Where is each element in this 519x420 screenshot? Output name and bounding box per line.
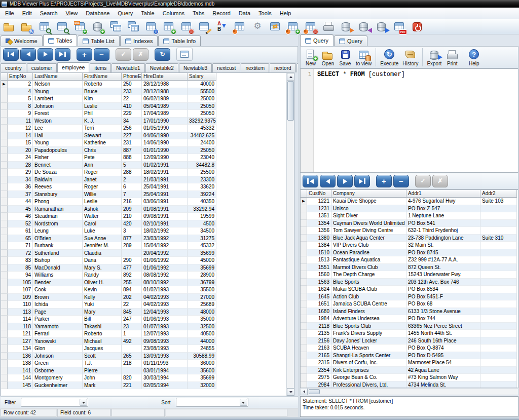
column-header-custno[interactable]: CustNo [307, 190, 331, 198]
table-row[interactable]: 61LeungLuke318/02/199234500 [1, 227, 216, 235]
sql-editor[interactable]: 1 SELECT * FROM [customer] [300, 68, 518, 173]
refresh-record-button[interactable]: ↻ [155, 48, 170, 61]
table-row[interactable]: 5LambertKim2206/02/198925000 [1, 95, 216, 103]
table-row[interactable]: 1356Tom Sawyer Diving Centre632-1 Third … [301, 227, 517, 235]
table-row[interactable]: 2163SCUBA HeavenPO Box Q-8874 [301, 345, 517, 352]
prior-record-button[interactable] [20, 48, 36, 61]
table-row[interactable]: 37StansburyWillie725/04/199139224 [1, 191, 216, 199]
menu-item-file[interactable]: File [1, 8, 18, 19]
last-record-button[interactable] [55, 48, 70, 61]
query-tab-1[interactable]: Query [334, 35, 367, 46]
insert-record-button[interactable]: + [376, 175, 392, 187]
table-row[interactable]: 4YoungBruce23328/12/198855500 [1, 88, 216, 96]
table-tab-items[interactable]: items [90, 63, 111, 72]
table-row[interactable]: 105BenderOliver H.25508/10/199236799 [1, 279, 216, 287]
table-row[interactable]: 144MontgomeryJohn82030/03/199435699 [1, 374, 216, 382]
table-row[interactable]: 94WilliamsRandy89208/08/199228900 [1, 272, 216, 279]
delete-record-button[interactable]: − [94, 48, 109, 61]
table-row[interactable]: 1680Island Finders6133 1/3 Stone Avenue [301, 308, 517, 316]
table-tab-newtable2[interactable]: Newtable2 [145, 63, 178, 72]
table-row[interactable]: 71BurbankJennifer M.28915/04/199245332 [1, 242, 216, 250]
table-row[interactable]: 65O'BrienSue Anne87723/03/199231275 [1, 235, 216, 243]
filter-combobox[interactable] [21, 398, 88, 407]
delete-table-button[interactable]: − [180, 20, 193, 33]
table-row[interactable]: 12LeeTerri25601/05/199045332 [1, 125, 216, 132]
new-query-button[interactable]: +New [302, 48, 319, 66]
table-row[interactable]: 118YamamotoTakashi2301/07/199332500 [1, 323, 216, 331]
table-row[interactable]: 2975George Bean & Co.#73 King Salmon Way [301, 374, 517, 381]
copy-tables-button[interactable] [109, 20, 122, 33]
options-button[interactable]: ⚙ [251, 20, 264, 33]
table-row[interactable]: 110IchidaYuki2204/02/199325689 [1, 301, 216, 309]
table-row[interactable]: 34BaldwinJanet221/03/199123300 [1, 176, 216, 184]
table-tab-employee[interactable]: employee [57, 62, 90, 72]
table-row[interactable]: 1563Blue Sports203 12th Ave. Box 746 [301, 279, 517, 286]
table-row[interactable]: 2315Divers of Corfu, Inc.Marmoset Place … [301, 359, 517, 367]
table-tab-newtable3[interactable]: Newtable3 [179, 63, 212, 72]
table-structure-button[interactable] [127, 20, 140, 33]
menu-item-columns[interactable]: Columns [159, 8, 189, 19]
tab-table-info[interactable]: Table Info [158, 35, 201, 46]
to-view-query-button[interactable]: to view [354, 48, 374, 66]
scrollbar-thumb[interactable] [309, 389, 320, 394]
table-tab-newtable1[interactable]: Newtable1 [112, 63, 144, 72]
exit-button[interactable] [411, 20, 424, 33]
menu-item-view[interactable]: View [62, 8, 82, 19]
table-row[interactable]: 85MacDonaldMary S.47701/06/199235699 [1, 264, 216, 272]
table-row[interactable]: 9ForestPhil22917/04/198925050 [1, 110, 216, 118]
column-header-empno[interactable]: EmpNo [8, 73, 33, 81]
table-row[interactable]: 2156Davy Jones' Locker246 South 16th Pla… [301, 337, 517, 345]
table-row[interactable]: 14HallStewart22704/06/199034482.625 [1, 132, 216, 140]
table-row[interactable]: 1645Action ClubPO Box 5451-F [301, 293, 517, 301]
prior-record-button[interactable] [320, 175, 336, 187]
dropdown-arrow-icon[interactable] [80, 399, 87, 406]
table-row[interactable]: 1560The Depth Charge15243 Underwater Fwy… [301, 271, 517, 279]
table-row[interactable]: 1513Fantastique AquaticaZ32 999 #12A-77 … [301, 256, 517, 264]
table-row[interactable]: 28BennetAnn501/02/199134482.8 [1, 162, 216, 169]
scrollbar-thumb[interactable] [287, 81, 294, 121]
menu-item-tabs[interactable]: Tabs [189, 8, 208, 19]
tab-indexes[interactable]: Indexes [120, 35, 158, 46]
table-row[interactable]: 145GuckenheimerMark22102/05/199432000 [1, 382, 216, 390]
menu-item-edit[interactable]: Edit [18, 8, 36, 19]
table-info-button[interactable]: i [144, 20, 158, 33]
export-database-button[interactable] [375, 20, 388, 33]
column-header-lastname[interactable]: LastName [33, 73, 83, 81]
scroll-left-button[interactable] [301, 389, 308, 395]
column-header-addr1[interactable]: Addr1 [406, 190, 480, 198]
next-record-button[interactable] [38, 48, 53, 61]
preview-data-button[interactable] [56, 20, 69, 33]
open-database-button[interactable] [3, 20, 16, 33]
sort-combobox[interactable] [176, 398, 248, 407]
first-record-button[interactable] [303, 175, 318, 187]
column-header-firstname[interactable]: FirstName [83, 73, 122, 81]
table-row[interactable]: 134GlonJacques23/08/199324855 [1, 345, 216, 353]
table-row[interactable]: 46SteadmanWalter21009/08/199119599 [1, 213, 216, 220]
table-row[interactable]: 109BrownKelly20204/02/199327000 [1, 294, 216, 301]
last-record-button[interactable] [354, 175, 370, 187]
dropdown-arrow-icon[interactable] [240, 399, 247, 406]
tab-tables[interactable]: Tables [43, 34, 78, 46]
print-query-button[interactable]: Print [443, 48, 461, 66]
table-row[interactable]: 44PhongLeslie21603/06/199140350 [1, 198, 216, 206]
table-row[interactable]: 1354Cayman Divers World UnlimitedPO Box … [301, 220, 517, 227]
table-row[interactable]: 52NordstromCarol42002/10/19914500 [1, 220, 216, 228]
table-row[interactable]: 1510Ocean ParadisePO Box 8745 [301, 249, 517, 257]
table-row[interactable]: 72SutherlandClaudia20/04/199235699 [1, 250, 216, 257]
fit-columns-button[interactable]: ⇄ [269, 20, 282, 33]
delete-record-button[interactable]: − [393, 175, 409, 187]
first-record-button[interactable] [3, 48, 19, 61]
column-header-company[interactable]: Company [331, 190, 406, 198]
table-row[interactable]: 107CookKevin89401/02/199335500 [1, 286, 216, 294]
table-row[interactable]: 11WestonK. J.3417/01/199033292.9375 [1, 118, 216, 125]
new-database-button[interactable]: + [91, 20, 104, 33]
table-tab-nextcust[interactable]: nextcust [212, 63, 240, 72]
table-row[interactable]: 15YoungKatherine23114/06/199024400 [1, 139, 216, 147]
tab-table-list[interactable]: Table List [78, 35, 119, 46]
add-table-button[interactable]: + [162, 20, 175, 33]
query-tab-0[interactable]: Query [300, 34, 333, 46]
scroll-up-button[interactable] [287, 73, 294, 81]
add-record-button[interactable]: + [286, 20, 300, 33]
table-row[interactable]: 1380Blue Jack Aqua Center23-738 Paddingt… [301, 235, 517, 242]
table-row[interactable]: 121FerrariRoberto112/07/199340500 [1, 330, 216, 338]
